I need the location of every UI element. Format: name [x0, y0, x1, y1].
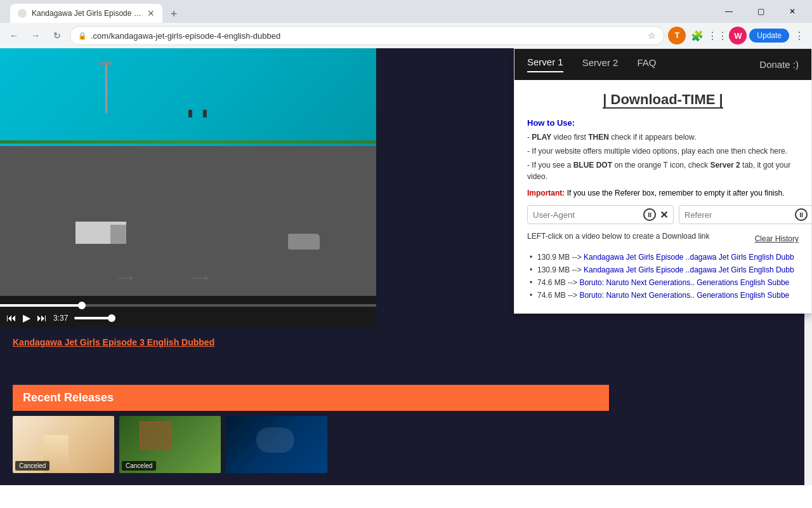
item-3-size: 74.6 MB — [537, 278, 566, 287]
lock-icon: 🔒 — [78, 32, 87, 40]
item-1-link[interactable]: Kandagawa Jet Girls Episode ..dagawa Jet… — [584, 253, 794, 262]
volume-bar[interactable] — [74, 317, 112, 319]
item-1-arrow: --> — [572, 253, 584, 262]
user-agent-input-wrapper: ⏸ ✕ — [527, 205, 674, 224]
important-note: Important: If you use the Referer box, r… — [527, 189, 799, 197]
thumbnail-card-3[interactable] — [226, 416, 327, 473]
video-player[interactable]: → → ⏮ ▶ — [0, 48, 376, 328]
tab-favicon — [18, 9, 27, 18]
item-1-size: 130.9 MB — [537, 253, 570, 262]
time-display: 3:37 — [53, 314, 68, 323]
truck-cab — [110, 225, 126, 244]
progress-bar[interactable] — [0, 304, 376, 307]
howto-item-2: - If your website offers multiple video … — [527, 145, 799, 157]
canceled-badge-2: Canceled — [122, 461, 156, 471]
extensions-puzzle-icon[interactable]: 🧩 — [688, 27, 706, 44]
howto-item-3: - If you see a BLUE DOT on the orange T … — [527, 159, 799, 182]
volume-thumb — [108, 314, 115, 322]
howto-title: How to Use: — [527, 118, 799, 128]
referer-input-wrapper: ⏸ ✕ — [679, 205, 812, 224]
item-4-arrow: --> — [568, 291, 579, 300]
recent-releases-header: Recent Releases — [13, 385, 609, 411]
item-2-link[interactable]: Kandagawa Jet Girls Episode ..dagawa Jet… — [584, 265, 794, 274]
tab-bar: Kandagawa Jet Girls Episode 4 Er ✕ + — [5, 0, 714, 23]
download-item-2[interactable]: 130.9 MB --> Kandagawa Jet Girls Episode… — [527, 264, 799, 276]
tab-close-button[interactable]: ✕ — [147, 8, 155, 18]
user-agent-pause-button[interactable]: ⏸ — [643, 208, 656, 221]
download-items-list: 130.9 MB --> Kandagawa Jet Girls Episode… — [527, 251, 799, 302]
bookmark-star-icon[interactable]: ☆ — [648, 30, 656, 41]
url-text: .com/kandagawa-jet-girls-episode-4-engli… — [91, 31, 644, 41]
minimize-button[interactable]: — — [714, 0, 743, 23]
thumbnail-card-2[interactable]: Canceled — [119, 416, 221, 473]
update-button[interactable]: Update — [749, 29, 789, 43]
thumbnail-card-1[interactable]: Canceled — [13, 416, 114, 473]
tab-title: Kandagawa Jet Girls Episode 4 Er — [32, 9, 142, 18]
download-title: | Download-TIME | — [527, 91, 799, 108]
download-item-1[interactable]: 130.9 MB --> Kandagawa Jet Girls Episode… — [527, 251, 799, 264]
lamp-top — [99, 62, 112, 65]
panel-body: | Download-TIME | How to Use: - PLAY vid… — [514, 80, 811, 313]
related-episode-link[interactable]: Kandagawa Jet Girls Episode 3 English Du… — [13, 337, 214, 347]
thumbnail-image-3 — [226, 416, 327, 473]
browser-extensions: T 🧩 ⋮⋮ W Update ⋮ — [668, 27, 807, 44]
refresh-button[interactable]: ↻ — [48, 27, 66, 44]
figure1 — [188, 110, 192, 117]
download-panel: Server 1 Server 2 FAQ Donate :) | Downlo… — [514, 48, 812, 314]
browser-menu-icon[interactable]: ⋮ — [792, 30, 807, 42]
recent-releases-section: Recent Releases Canceled Canceled — [0, 385, 609, 473]
clear-history-button[interactable]: Clear History — [755, 234, 799, 243]
tampermonkey-extension-icon[interactable]: T — [668, 27, 686, 44]
play-button[interactable]: ▶ — [23, 312, 30, 324]
referer-pause-button[interactable]: ⏸ — [795, 208, 808, 221]
thumbnails-row: Canceled Canceled — [13, 416, 596, 473]
item-2-size: 130.9 MB — [537, 265, 570, 274]
address-bar[interactable]: 🔒 .com/kandagawa-jet-girls-episode-4-eng… — [70, 26, 664, 45]
faq-tab[interactable]: FAQ — [637, 57, 656, 72]
suv — [288, 234, 320, 250]
figure2 — [203, 110, 207, 117]
progress-thumb — [78, 302, 86, 309]
user-avatar[interactable]: W — [729, 27, 747, 44]
referer-input[interactable] — [684, 210, 791, 220]
item-3-link[interactable]: Boruto: Naruto Next Generations.. Genera… — [579, 278, 789, 287]
item-2-arrow: --> — [572, 265, 584, 274]
server1-tab[interactable]: Server 1 — [527, 57, 563, 72]
title-bar: Kandagawa Jet Girls Episode 4 Er ✕ + — ▢… — [0, 0, 812, 23]
important-label: Important: — [527, 189, 565, 197]
download-instruction-text: LEFT-click on a video below to create a … — [527, 232, 709, 241]
item-4-size: 74.6 MB — [537, 291, 566, 300]
instruction-row: LEFT-click on a video below to create a … — [527, 232, 799, 246]
close-button[interactable]: ✕ — [778, 0, 807, 23]
progress-fill — [0, 304, 82, 307]
item-4-link[interactable]: Boruto: Naruto Next Generations.. Genera… — [579, 291, 789, 300]
controls-row: ⏮ ▶ ⏭ 3:37 — [0, 312, 376, 324]
pool-area — [0, 48, 376, 146]
download-item-3[interactable]: 74.6 MB --> Boruto: Naruto Next Generati… — [527, 276, 799, 289]
browser-tab[interactable]: Kandagawa Jet Girls Episode 4 Er ✕ — [10, 4, 162, 23]
server2-tab[interactable]: Server 2 — [582, 57, 619, 72]
forward-button[interactable]: → — [27, 27, 44, 44]
user-agent-input[interactable] — [533, 210, 639, 220]
user-agent-clear-button[interactable]: ✕ — [660, 209, 668, 221]
new-tab-button[interactable]: + — [165, 5, 183, 23]
maximize-button[interactable]: ▢ — [746, 0, 775, 23]
donate-link[interactable]: Donate :) — [759, 59, 799, 70]
fast-forward-button[interactable]: ⏭ — [37, 312, 47, 324]
guardrail — [0, 140, 376, 144]
page-content: → → ⏮ ▶ — [0, 48, 812, 485]
panel-header: Server 1 Server 2 FAQ Donate :) — [514, 49, 811, 80]
download-item-4[interactable]: 74.6 MB --> Boruto: Naruto Next Generati… — [527, 289, 799, 302]
rewind-button[interactable]: ⏮ — [6, 312, 16, 324]
address-bar-row: ← → ↻ 🔒 .com/kandagawa-jet-girls-episode… — [0, 23, 812, 48]
video-screenshot: → → — [0, 48, 376, 328]
downloads-menu-icon[interactable]: ⋮⋮ — [709, 27, 726, 44]
download-title-text: | Download-TIME | — [603, 91, 723, 109]
canceled-badge-1: Canceled — [15, 461, 49, 471]
back-button[interactable]: ← — [5, 27, 23, 44]
video-controls: ⏮ ▶ ⏭ 3:37 — [0, 296, 376, 328]
item-3-arrow: --> — [568, 278, 579, 287]
content-below-video: Kandagawa Jet Girls Episode 3 English Du… — [0, 328, 376, 357]
truck — [75, 222, 126, 244]
howto-item-1: - PLAY video first THEN check if it appe… — [527, 131, 799, 143]
